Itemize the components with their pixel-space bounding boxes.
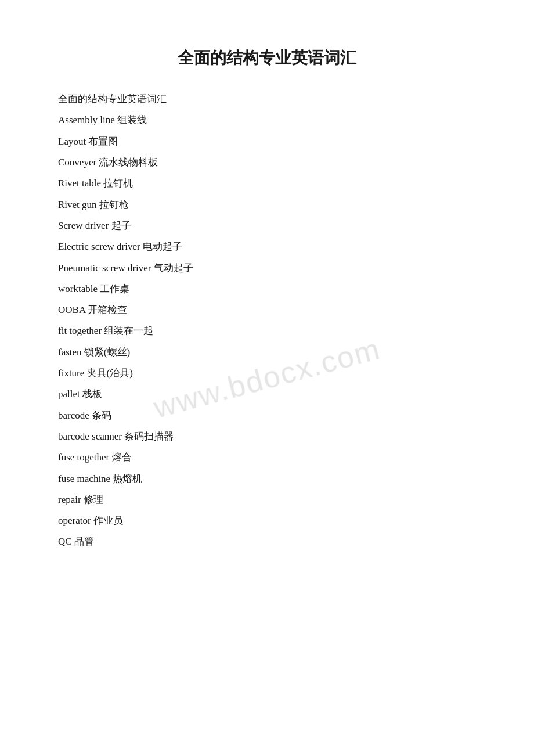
vocab-item-4: Conveyer 流水线物料板 <box>58 153 476 172</box>
vocab-item-7: Screw driver 起子 <box>58 217 476 235</box>
vocab-item-1: 全面的结构专业英语词汇 <box>58 90 476 109</box>
vocab-item-2: Assembly line 组装线 <box>58 111 476 129</box>
vocab-item-16: barcode 条码 <box>58 406 476 425</box>
vocab-item-20: repair 修理 <box>58 491 476 509</box>
vocab-item-21: operator 作业员 <box>58 512 476 530</box>
vocab-item-10: worktable 工作桌 <box>58 280 476 298</box>
page-title: 全面的结构专业英语词汇 <box>58 46 476 69</box>
vocab-item-12: fit together 组装在一起 <box>58 322 476 340</box>
vocab-item-11: OOBA 开箱检查 <box>58 301 476 319</box>
vocab-item-17: barcode scanner 条码扫描器 <box>58 427 476 446</box>
vocab-list: 全面的结构专业英语词汇Assembly line 组装线Layout 布置图Co… <box>58 90 476 552</box>
vocab-item-15: pallet 栈板 <box>58 385 476 404</box>
vocab-item-13: fasten 锁紧(螺丝) <box>58 343 476 362</box>
vocab-item-6: Rivet gun 拉钉枪 <box>58 196 476 214</box>
vocab-item-8: Electric screw driver 电动起子 <box>58 237 476 256</box>
vocab-item-3: Layout 布置图 <box>58 132 476 151</box>
vocab-item-18: fuse together 熔合 <box>58 448 476 467</box>
vocab-item-14: fixture 夹具(治具) <box>58 364 476 383</box>
vocab-item-5: Rivet table 拉钉机 <box>58 174 476 193</box>
vocab-item-9: Pneumatic screw driver 气动起子 <box>58 259 476 278</box>
vocab-item-19: fuse machine 热熔机 <box>58 470 476 488</box>
vocab-item-22: QC 品管 <box>58 532 476 551</box>
